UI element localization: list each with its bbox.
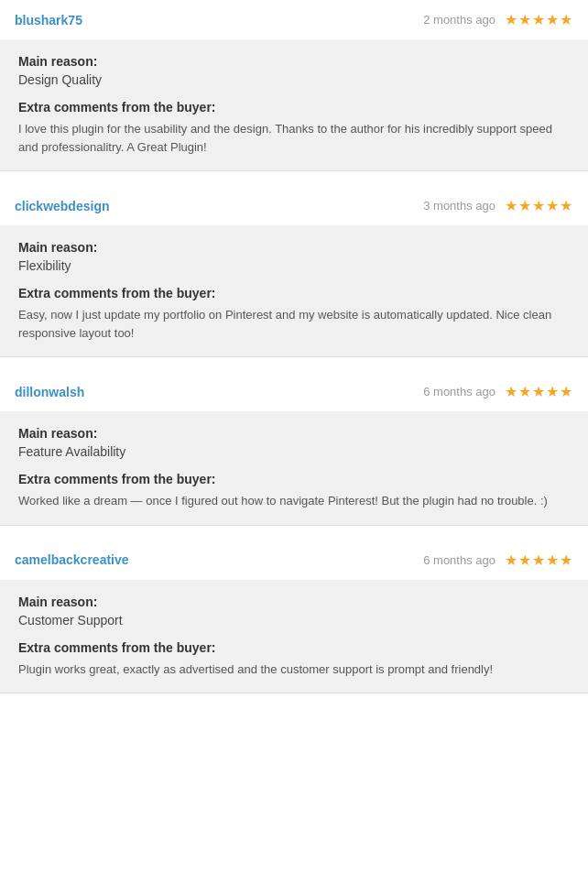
star-rating: ★★★★★: [505, 383, 573, 400]
review-time: 2 months ago: [423, 13, 495, 27]
review-meta: 3 months ago ★★★★★: [423, 197, 573, 214]
reviewer-name[interactable]: clickwebdesign: [15, 199, 109, 213]
review-body: Main reason: Design Quality Extra commen…: [0, 39, 588, 170]
review-body: Main reason: Flexibility Extra comments …: [0, 225, 588, 356]
main-reason-label: Main reason:: [18, 595, 570, 609]
star-rating: ★★★★★: [505, 11, 573, 28]
extra-comments-text: Plugin works great, exactly as advertise…: [18, 660, 570, 679]
review-separator: [0, 365, 588, 372]
main-reason-value: Feature Availability: [18, 444, 570, 459]
review-separator: [0, 179, 588, 186]
main-reason-value: Flexibility: [18, 258, 570, 273]
review-block: clickwebdesign 3 months ago ★★★★★ Main r…: [0, 186, 588, 357]
extra-comments-label: Extra comments from the buyer:: [18, 640, 570, 655]
review-header: dillonwalsh 6 months ago ★★★★★: [0, 372, 588, 411]
review-meta: 2 months ago ★★★★★: [423, 11, 573, 28]
main-reason-label: Main reason:: [18, 240, 570, 255]
extra-comments-label: Extra comments from the buyer:: [18, 100, 570, 115]
star-rating: ★★★★★: [505, 197, 573, 214]
review-header: camelbackcreative 6 months ago ★★★★★: [0, 540, 588, 580]
review-time: 3 months ago: [423, 199, 495, 213]
review-body: Main reason: Feature Availability Extra …: [0, 411, 588, 525]
main-reason-value: Design Quality: [18, 72, 570, 87]
main-reason-label: Main reason:: [18, 426, 570, 441]
reviewer-name[interactable]: blushark75: [15, 13, 82, 27]
review-body: Main reason: Customer Support Extra comm…: [0, 580, 588, 693]
extra-comments-text: Worked like a dream — once I figured out…: [18, 492, 570, 510]
review-block: camelbackcreative 6 months ago ★★★★★ Mai…: [0, 540, 588, 694]
star-rating: ★★★★★: [505, 551, 573, 569]
extra-comments-text: Easy, now I just update my portfolio on …: [18, 306, 570, 342]
reviewer-name[interactable]: camelbackcreative: [15, 552, 129, 567]
review-meta: 6 months ago ★★★★★: [423, 383, 573, 400]
review-meta: 6 months ago ★★★★★: [423, 551, 573, 569]
extra-comments-label: Extra comments from the buyer:: [18, 286, 570, 300]
review-header: blushark75 2 months ago ★★★★★: [0, 0, 588, 39]
reviewer-name[interactable]: dillonwalsh: [15, 385, 84, 399]
main-reason-label: Main reason:: [18, 54, 570, 69]
review-time: 6 months ago: [423, 385, 495, 398]
review-block: blushark75 2 months ago ★★★★★ Main reaso…: [0, 0, 588, 171]
extra-comments-label: Extra comments from the buyer:: [18, 472, 570, 486]
review-block: dillonwalsh 6 months ago ★★★★★ Main reas…: [0, 372, 588, 526]
review-separator: [0, 533, 588, 540]
extra-comments-text: I love this plugin for the usability and…: [18, 120, 570, 156]
review-time: 6 months ago: [423, 553, 495, 567]
review-header: clickwebdesign 3 months ago ★★★★★: [0, 186, 588, 225]
main-reason-value: Customer Support: [18, 613, 570, 628]
